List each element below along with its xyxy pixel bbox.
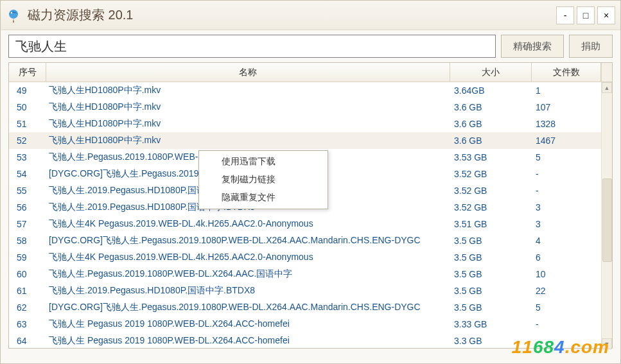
cell-index: 59 [9, 252, 46, 263]
cell-index: 64 [9, 336, 46, 346]
cell-size: 3.5 GB [450, 236, 532, 246]
cell-name: 飞驰人生.2019.Pegasus.HD1080P.国语中字.BTDX8 [46, 285, 450, 297]
cell-size: 3.6 GB [450, 135, 532, 146]
header-scrollbar-spacer [601, 63, 612, 82]
table-row[interactable]: 62[DYGC.ORG]飞驰人生.Pegasus.2019.1080P.WEB-… [9, 299, 612, 316]
cell-index: 53 [9, 152, 46, 162]
exact-search-button[interactable]: 精确搜索 [501, 35, 564, 58]
cell-count: 107 [532, 102, 601, 112]
cell-index: 56 [9, 202, 46, 212]
cell-index: 50 [9, 102, 46, 112]
table-row[interactable]: 63飞驰人生 Pegasus 2019 1080P.WEB-DL.X264.AC… [9, 316, 612, 333]
cell-count: 5 [532, 302, 601, 313]
menu-download-thunder[interactable]: 使用迅雷下载 [201, 153, 326, 171]
table-row[interactable]: 52飞驰人生HD1080P中字.mkv3.6 GB1467 [9, 132, 612, 149]
context-menu: 使用迅雷下载 复制磁力链接 隐藏重复文件 [198, 150, 328, 209]
cell-count: - [532, 169, 601, 179]
cell-name: 飞驰人生4K Pegasus.2019.WEB-DL.4k.H265.AAC2.… [46, 252, 450, 263]
cell-index: 62 [9, 302, 46, 313]
cell-size: 3.5 GB [450, 286, 532, 296]
cell-name: 飞驰人生HD1080P中字.mkv [46, 118, 450, 130]
cell-count: 5 [532, 152, 601, 162]
maximize-button[interactable]: □ [577, 6, 595, 24]
cell-size: 3.6 GB [450, 119, 532, 129]
cell-size: 3.33 GB [450, 319, 532, 329]
cell-index: 51 [9, 119, 46, 129]
donate-button[interactable]: 捐助 [569, 35, 613, 58]
menu-hide-duplicates[interactable]: 隐藏重复文件 [201, 189, 326, 207]
cell-count: 22 [532, 286, 601, 296]
cell-name: 飞驰人生 Pegasus 2019 1080P.WEB-DL.X264.ACC-… [46, 318, 450, 330]
cell-index: 58 [9, 236, 46, 246]
cell-index: 55 [9, 186, 46, 196]
cell-name: 飞驰人生HD1080P中字.mkv [46, 135, 450, 146]
cell-index: 57 [9, 219, 46, 229]
cell-index: 54 [9, 169, 46, 179]
col-header-count[interactable]: 文件数 [532, 63, 601, 82]
table-row[interactable]: 59飞驰人生4K Pegasus.2019.WEB-DL.4k.H265.AAC… [9, 249, 612, 266]
cell-count: 3 [532, 202, 601, 212]
app-icon [6, 8, 21, 23]
cell-index: 52 [9, 135, 46, 146]
cell-size: 3.51 GB [450, 219, 532, 229]
cell-name: [DYGC.ORG]飞驰人生.Pegasus.2019.1080P.WEB-DL… [46, 235, 450, 247]
cell-size: 3.52 GB [450, 186, 532, 196]
cell-index: 49 [9, 85, 46, 96]
cell-size: 3.52 GB [450, 202, 532, 212]
scroll-up-arrow[interactable]: ▲ [602, 82, 612, 93]
cell-index: 61 [9, 286, 46, 296]
col-header-size[interactable]: 大小 [450, 63, 532, 82]
cell-count: - [532, 319, 601, 329]
close-button[interactable]: × [597, 6, 615, 24]
table-row[interactable]: 51飞驰人生HD1080P中字.mkv3.6 GB1328 [9, 116, 612, 132]
cell-index: 60 [9, 269, 46, 279]
cell-count: 6 [532, 252, 601, 263]
cell-count: 10 [532, 269, 601, 279]
table-header: 序号 名称 大小 文件数 [9, 63, 612, 82]
table-row[interactable]: 57飞驰人生4K Pegasus.2019.WEB-DL.4k.H265.AAC… [9, 216, 612, 232]
cell-name: 飞驰人生HD1080P中字.mkv [46, 101, 450, 113]
cell-size: 3.6 GB [450, 102, 532, 112]
minimize-button[interactable]: - [556, 6, 574, 24]
table-row[interactable]: 49飞驰人生HD1080P中字.mkv3.64GB1 [9, 82, 612, 99]
watermark: 11684.com [512, 337, 609, 358]
table-row[interactable]: 61飞驰人生.2019.Pegasus.HD1080P.国语中字.BTDX83.… [9, 282, 612, 299]
search-bar: 精确搜索 捐助 [1, 30, 620, 62]
col-header-index[interactable]: 序号 [9, 63, 46, 82]
col-header-name[interactable]: 名称 [46, 63, 450, 82]
table-body: 49飞驰人生HD1080P中字.mkv3.64GB150飞驰人生HD1080P中… [9, 82, 612, 349]
window-controls: - □ × [556, 6, 615, 24]
cell-size: 3.5 GB [450, 302, 532, 313]
cell-name: 飞驰人生HD1080P中字.mkv [46, 85, 450, 96]
window-title: 磁力资源搜索 20.1 [28, 6, 556, 24]
cell-count: 4 [532, 236, 601, 246]
cell-count: 1467 [532, 135, 601, 146]
cell-size: 3.52 GB [450, 169, 532, 179]
cell-name: 飞驰人生.Pegasus.2019.1080P.WEB-DL.X264.AAC.… [46, 268, 450, 280]
cell-count: 1 [532, 85, 601, 96]
scroll-thumb[interactable] [602, 178, 612, 262]
cell-size: 3.5 GB [450, 252, 532, 263]
cell-name: 飞驰人生4K Pegasus.2019.WEB-DL.4k.H265.AAC2.… [46, 218, 450, 230]
cell-size: 3.64GB [450, 85, 532, 96]
vertical-scrollbar[interactable]: ▲ ▼ [601, 82, 612, 349]
cell-index: 63 [9, 319, 46, 329]
search-input[interactable] [8, 35, 496, 58]
cell-size: 3.53 GB [450, 152, 532, 162]
svg-point-0 [9, 10, 18, 19]
table-row[interactable]: 60飞驰人生.Pegasus.2019.1080P.WEB-DL.X264.AA… [9, 266, 612, 282]
menu-copy-magnet[interactable]: 复制磁力链接 [201, 171, 326, 189]
svg-point-1 [11, 12, 12, 13]
titlebar[interactable]: 磁力资源搜索 20.1 - □ × [1, 1, 620, 30]
cell-name: [DYGC.ORG]飞驰人生.Pegasus.2019.1080P.WEB-DL… [46, 302, 450, 313]
cell-name: 飞驰人生 Pegasus 2019 1080P.WEB-DL.X264.ACC-… [46, 335, 450, 347]
cell-count: 1328 [532, 119, 601, 129]
cell-count: - [532, 186, 601, 196]
table-row[interactable]: 58[DYGC.ORG]飞驰人生.Pegasus.2019.1080P.WEB-… [9, 232, 612, 249]
cell-count: 3 [532, 219, 601, 229]
cell-size: 3.5 GB [450, 269, 532, 279]
table-row[interactable]: 50飞驰人生HD1080P中字.mkv3.6 GB107 [9, 99, 612, 116]
